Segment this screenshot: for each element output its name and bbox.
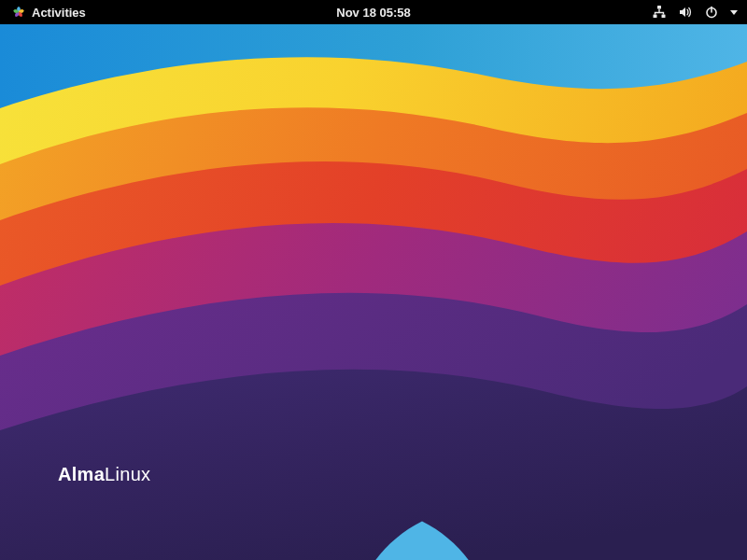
svg-rect-1 (654, 15, 657, 19)
desktop-wallpaper: AlmaLinux (0, 24, 747, 560)
clock-text: Nov 18 05:58 (336, 6, 411, 20)
desktop-brand: AlmaLinux (49, 464, 150, 485)
chevron-down-icon (730, 10, 738, 15)
network-wired-icon (652, 5, 667, 20)
system-status-area[interactable] (652, 5, 741, 20)
clock-button[interactable]: Nov 18 05:58 (331, 3, 416, 22)
svg-rect-2 (662, 15, 666, 19)
activities-label: Activities (32, 6, 86, 20)
power-icon (704, 5, 719, 20)
top-panel: Activities Nov 18 05:58 (0, 0, 747, 24)
almalinux-icon (11, 5, 26, 20)
svg-rect-0 (657, 6, 661, 9)
volume-icon (678, 5, 693, 20)
activities-button[interactable]: Activities (6, 2, 92, 22)
